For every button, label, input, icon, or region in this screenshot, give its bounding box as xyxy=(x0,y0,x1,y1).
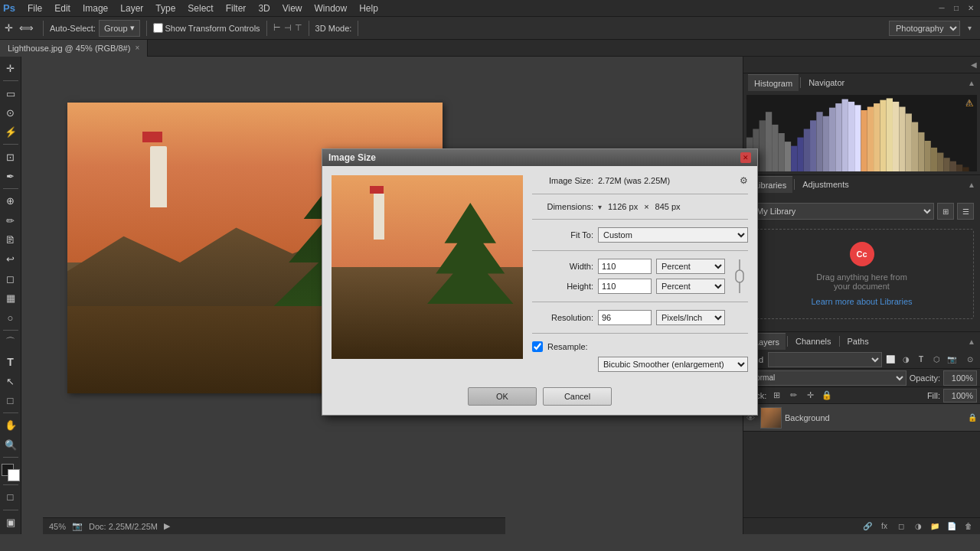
show-transform-checkbox[interactable] xyxy=(153,23,163,33)
library-list-icon[interactable]: ☰ xyxy=(957,203,974,220)
cache-warning-icon[interactable]: ⚠ xyxy=(965,98,974,109)
histogram-options-icon[interactable]: ▲ xyxy=(968,79,975,87)
lock-pixels-icon[interactable]: ✏ xyxy=(786,389,800,403)
menu-select[interactable]: Select xyxy=(181,0,219,17)
gradient-tool[interactable]: ▦ xyxy=(2,289,20,307)
dodge-tool[interactable]: ○ xyxy=(2,308,20,326)
shape-tool[interactable]: □ xyxy=(2,392,20,409)
fit-to-select[interactable]: Custom xyxy=(598,227,748,243)
quick-mask-button[interactable]: □ xyxy=(2,488,20,506)
menu-3d[interactable]: 3D xyxy=(252,0,276,17)
navigator-tab[interactable]: Navigator xyxy=(802,74,851,91)
dimensions-dropdown-icon[interactable]: ▾ xyxy=(598,203,602,211)
lock-transparent-icon[interactable]: ⊞ xyxy=(769,389,783,403)
collapse-arrow-icon[interactable]: ◀ xyxy=(971,60,977,69)
new-adjustment-icon[interactable]: ◑ xyxy=(911,520,925,533)
height-unit-select[interactable]: Percent xyxy=(656,279,725,294)
link-layers-icon[interactable]: 🔗 xyxy=(861,520,874,533)
blend-mode-select[interactable]: Normal xyxy=(746,370,906,386)
learn-more-link[interactable]: Learn more about Libraries xyxy=(811,297,912,306)
pixel-filter-icon[interactable]: ⬜ xyxy=(884,353,897,367)
color-swatches[interactable] xyxy=(2,464,20,481)
minimize-icon[interactable]: ─ xyxy=(936,2,948,15)
background-layer-row[interactable]: 👁 Background 🔒 xyxy=(743,404,980,432)
filter-toggle-icon[interactable]: ⊙ xyxy=(963,353,977,367)
menu-filter[interactable]: Filter xyxy=(220,0,253,17)
dialog-titlebar[interactable]: Image Size ✕ xyxy=(322,149,757,166)
lasso-tool[interactable]: ⊙ xyxy=(2,104,20,122)
adjustments-tab[interactable]: Adjustments xyxy=(796,176,855,193)
library-select[interactable]: My Library xyxy=(750,203,934,220)
channels-tab[interactable]: Channels xyxy=(789,333,837,350)
width-unit-select[interactable]: Percent xyxy=(656,259,725,274)
link-dimensions-icon[interactable] xyxy=(731,259,748,294)
image-size-dialog[interactable]: Image Size ✕ Image Size: xyxy=(322,148,758,416)
zoom-tool[interactable]: 🔍 xyxy=(2,436,20,454)
align-right-icon[interactable]: ⊤ xyxy=(295,23,302,33)
menu-image[interactable]: Image xyxy=(77,0,114,17)
brush-tool[interactable]: ✏ xyxy=(2,212,20,230)
maximize-icon[interactable]: □ xyxy=(950,2,962,15)
workspace-select[interactable]: Photography xyxy=(889,21,960,36)
adjustment-filter-icon[interactable]: ◑ xyxy=(899,353,913,367)
menu-type[interactable]: Type xyxy=(149,0,181,17)
menu-layer[interactable]: Layer xyxy=(114,0,149,17)
cancel-button[interactable]: Cancel xyxy=(543,387,612,406)
type-filter-icon[interactable]: T xyxy=(914,353,928,367)
group-dropdown[interactable]: Group ▾ xyxy=(99,20,140,37)
height-input[interactable] xyxy=(598,279,652,294)
new-group-icon[interactable]: 📁 xyxy=(928,520,942,533)
layer-fx-icon[interactable]: fx xyxy=(877,520,891,533)
align-left-icon[interactable]: ⊢ xyxy=(273,23,281,33)
resample-method-select[interactable]: Bicubic Smoother (enlargement) xyxy=(598,357,748,372)
library-grid-icon[interactable]: ⊞ xyxy=(937,203,954,220)
add-mask-icon[interactable]: ◻ xyxy=(894,520,908,533)
kind-select[interactable] xyxy=(768,352,882,367)
workspace-arrow-icon[interactable]: ▾ xyxy=(963,22,975,34)
close-icon[interactable]: ✕ xyxy=(965,2,977,15)
ok-button[interactable]: OK xyxy=(468,387,537,406)
smart-filter-icon[interactable]: 📷 xyxy=(945,353,959,367)
dialog-close-button[interactable]: ✕ xyxy=(740,152,751,163)
history-brush-tool[interactable]: ↩ xyxy=(2,250,20,268)
eraser-tool[interactable]: ◻ xyxy=(2,270,20,288)
healing-brush-tool[interactable]: ⊕ xyxy=(2,192,20,210)
quick-select-tool[interactable]: ⚡ xyxy=(2,123,20,141)
rectangular-marquee-tool[interactable]: ▭ xyxy=(2,84,20,102)
doc-tab-close-button[interactable]: × xyxy=(135,44,139,52)
eyedropper-tool[interactable]: ✒ xyxy=(2,168,20,185)
fill-input[interactable] xyxy=(943,389,977,403)
shape-filter-icon[interactable]: ⬡ xyxy=(929,353,943,367)
menu-file[interactable]: File xyxy=(21,0,48,17)
background-color[interactable] xyxy=(8,469,20,481)
hand-tool[interactable]: ✋ xyxy=(2,416,20,434)
lock-all-icon[interactable]: 🔒 xyxy=(820,389,834,403)
width-input[interactable] xyxy=(598,259,652,274)
image-size-settings-icon[interactable]: ⚙ xyxy=(740,175,748,186)
menu-view[interactable]: View xyxy=(276,0,309,17)
resample-checkbox[interactable] xyxy=(532,341,543,352)
resolution-input[interactable] xyxy=(598,310,652,325)
status-arrow-icon[interactable]: ▶ xyxy=(164,521,170,531)
new-layer-icon[interactable]: 📄 xyxy=(945,520,959,533)
align-center-h-icon[interactable]: ⊣ xyxy=(284,23,292,33)
menu-window[interactable]: Window xyxy=(309,0,354,17)
libraries-options-icon[interactable]: ▲ xyxy=(968,181,975,189)
clone-stamp-tool[interactable]: 🖹 xyxy=(2,231,20,249)
histogram-tab[interactable]: Histogram xyxy=(748,74,799,91)
menu-edit[interactable]: Edit xyxy=(48,0,77,17)
delete-layer-icon[interactable]: 🗑 xyxy=(962,520,975,533)
pen-tool[interactable]: ⌒ xyxy=(2,334,20,351)
lock-position-icon[interactable]: ✛ xyxy=(803,389,817,403)
resolution-unit-select[interactable]: Pixels/Inch xyxy=(656,310,725,325)
menu-help[interactable]: Help xyxy=(353,0,384,17)
opacity-input[interactable] xyxy=(943,370,977,386)
crop-tool[interactable]: ⊡ xyxy=(2,148,20,165)
type-tool[interactable]: T xyxy=(2,353,20,370)
path-selection-tool[interactable]: ↖ xyxy=(2,373,20,390)
layers-options-icon[interactable]: ▲ xyxy=(968,337,975,346)
move-tool-button[interactable]: ✛ xyxy=(2,60,20,77)
document-tab[interactable]: Lighthouse.jpg @ 45% (RGB/8#) × xyxy=(0,40,148,57)
paths-tab[interactable]: Paths xyxy=(841,333,875,350)
screen-mode-button[interactable]: ▣ xyxy=(2,514,20,531)
